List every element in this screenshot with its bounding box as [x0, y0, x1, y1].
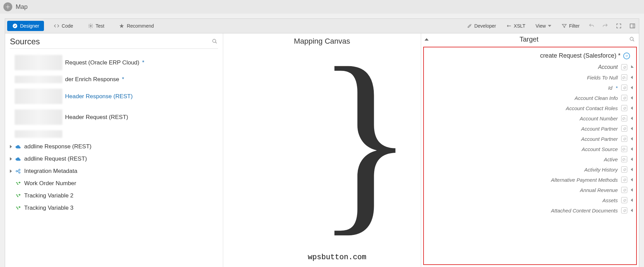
field-type-icon: ⊙ [621, 85, 627, 91]
source-item[interactable]: addline Request (REST) [10, 153, 218, 165]
tab-recommend[interactable]: Recommend [114, 21, 158, 31]
expand-button[interactable] [614, 21, 623, 30]
source-item[interactable]: Tracking Variable 2 [10, 190, 218, 202]
svg-point-7 [19, 172, 20, 173]
search-icon[interactable] [629, 36, 635, 43]
tab-test[interactable]: Test [83, 21, 109, 31]
chevron-left-icon [631, 158, 633, 161]
account-label: Account [598, 64, 618, 70]
target-field[interactable]: Attached Content Documents⊙ [427, 205, 633, 216]
chevron-left-icon [631, 106, 633, 110]
filter-button[interactable]: Filter [559, 22, 582, 30]
page-title: Map [16, 3, 28, 11]
target-highlight-box: create Request (Salesforce) * sf Account… [423, 47, 637, 265]
source-item[interactable]: der Enrich Response* [10, 73, 218, 86]
mapping-canvas[interactable]: Mapping Canvas } wpsbutton.com [223, 33, 421, 267]
tab-designer[interactable]: Designer [7, 21, 44, 31]
target-field[interactable]: Account Source⊙ [427, 144, 633, 154]
collapse-up-icon[interactable] [425, 38, 429, 41]
undo-button[interactable] [587, 21, 596, 30]
chevron-left-icon [631, 137, 633, 140]
target-field[interactable]: Account Partner⊙ [427, 134, 633, 144]
svg-point-0 [7, 6, 9, 8]
target-field[interactable]: Id *⊙ [427, 83, 633, 93]
source-label: Integration Metadata [24, 168, 77, 175]
field-type-icon: ⊙ [621, 146, 627, 152]
source-item[interactable]: Integration Metadata [10, 165, 218, 177]
expand-icon[interactable] [10, 169, 12, 173]
field-label: Activity History [584, 167, 618, 173]
cloud-icon [15, 156, 21, 162]
field-type-icon: ⊙ [621, 156, 627, 162]
expand-icon[interactable] [10, 145, 12, 148]
target-field[interactable]: Fields To Null⊙ [427, 72, 633, 83]
field-label: Id [608, 85, 613, 91]
target-field[interactable]: Assets⊙ [427, 195, 633, 205]
chevron-down-icon [548, 25, 551, 27]
chevron-left-icon [631, 76, 633, 79]
field-label: Account Source [582, 146, 618, 152]
svg-point-1 [13, 24, 17, 28]
field-type-icon: ⊙ [621, 95, 627, 101]
field-type-icon: ⊙ [621, 197, 627, 203]
xslt-button[interactable]: XSLT [504, 22, 528, 30]
workspace: Sources Request (Oracle ERP Cloud)*der E… [5, 33, 639, 267]
tab-code[interactable]: Code [49, 21, 78, 31]
source-item[interactable]: addline Response (REST) [10, 140, 218, 153]
source-item[interactable] [10, 128, 218, 140]
chevron-left-icon [631, 178, 633, 181]
chevron-expand-icon [630, 65, 633, 69]
tab-label: Designer [20, 23, 39, 29]
target-title: Target [520, 35, 539, 43]
tab-label: Code [62, 23, 73, 29]
target-field[interactable]: Account Contact Roles⊙ [427, 103, 633, 113]
chevron-left-icon [631, 127, 633, 130]
target-field[interactable]: Active⊙ [427, 154, 633, 164]
redo-button[interactable] [601, 21, 610, 30]
target-field[interactable]: Account Partner⊙ [427, 123, 633, 134]
redacted-icon [15, 89, 62, 104]
field-label: Account Clean Info [574, 95, 618, 101]
view-dropdown[interactable]: View [533, 22, 554, 30]
mapped-marker: * [122, 76, 124, 83]
expand-icon[interactable] [10, 157, 12, 161]
panel-toggle-button[interactable] [628, 21, 637, 30]
tab-label: Recommend [127, 23, 154, 29]
source-label: Header Request (REST) [65, 114, 128, 121]
field-type-icon: ⊙ [621, 115, 627, 121]
source-item[interactable]: Work Order Number [10, 177, 218, 190]
sources-panel: Sources Request (Oracle ERP Cloud)*der E… [5, 33, 223, 267]
field-type-icon: ⊙ [621, 74, 627, 80]
developer-button[interactable]: Developer [464, 22, 499, 30]
source-item[interactable]: Request (Oracle ERP Cloud)* [10, 52, 218, 73]
designer-icon [12, 23, 18, 29]
cloud-icon [15, 144, 21, 149]
redacted-icon [15, 55, 62, 70]
developer-label: Developer [474, 23, 496, 29]
chevron-left-icon [631, 96, 633, 100]
target-account[interactable]: Account ⊙ [427, 62, 633, 72]
salesforce-icon: sf [623, 53, 630, 59]
field-type-icon: ⊙ [621, 166, 627, 173]
brace-decoration: } [316, 47, 414, 231]
source-item[interactable]: Tracking Variable 3 [10, 202, 218, 214]
target-root[interactable]: create Request (Salesforce) * sf [427, 49, 633, 62]
target-field[interactable]: Account Number⊙ [427, 113, 633, 123]
tab-label: Test [96, 23, 105, 29]
target-field[interactable]: Account Clean Info⊙ [427, 93, 633, 103]
source-item[interactable]: Header Request (REST) [10, 107, 218, 128]
field-type-icon: ⊙ [621, 125, 627, 132]
target-field[interactable]: Annual Revenue⊙ [427, 185, 633, 195]
chevron-left-icon [631, 209, 633, 212]
field-type-icon: ⊙ [621, 64, 627, 70]
search-icon[interactable] [212, 39, 218, 45]
field-label: Fields To Null [587, 75, 618, 80]
source-item[interactable]: Header Response (REST) [10, 86, 218, 107]
field-type-icon: ⊙ [621, 105, 627, 111]
field-label: Account Partner [581, 126, 618, 132]
target-field[interactable]: Activity History⊙ [427, 164, 633, 175]
svg-point-8 [630, 37, 633, 40]
target-field[interactable]: Alternative Payment Methods⊙ [427, 175, 633, 185]
map-icon[interactable] [3, 2, 12, 11]
tools-icon [467, 23, 472, 29]
